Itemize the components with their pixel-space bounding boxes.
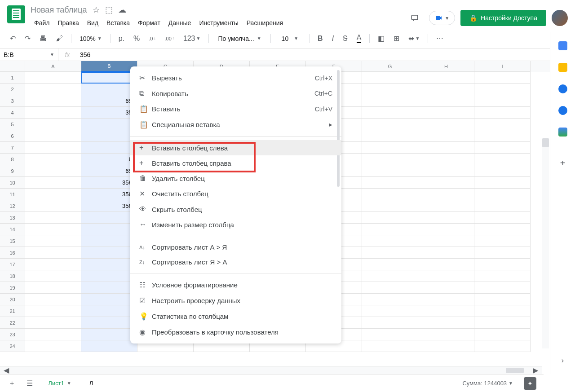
cell[interactable] bbox=[81, 224, 137, 235]
cell[interactable] bbox=[418, 142, 474, 154]
cell[interactable] bbox=[81, 212, 137, 224]
contacts-icon[interactable] bbox=[558, 106, 567, 115]
cell[interactable]: 356 bbox=[81, 107, 137, 119]
currency-button[interactable]: р. bbox=[116, 33, 127, 44]
status-sum[interactable]: Сумма: 1244003▼ bbox=[459, 378, 517, 388]
cell[interactable] bbox=[362, 130, 418, 142]
cell[interactable] bbox=[418, 282, 474, 294]
cell[interactable] bbox=[474, 107, 531, 119]
merge-button[interactable]: ⬌▼ bbox=[406, 32, 422, 44]
print-button[interactable]: 🖶 bbox=[37, 33, 49, 44]
row-header[interactable]: 6 bbox=[0, 130, 25, 142]
row-header[interactable]: 18 bbox=[0, 270, 25, 282]
row-header[interactable]: 8 bbox=[0, 154, 25, 165]
cell[interactable] bbox=[418, 212, 474, 224]
name-box[interactable]: B:B▼ bbox=[0, 48, 58, 61]
menu-tools[interactable]: Инструменты bbox=[195, 18, 242, 28]
row-header[interactable]: 11 bbox=[0, 189, 25, 200]
cell[interactable] bbox=[25, 177, 81, 189]
row-header[interactable]: 13 bbox=[0, 212, 25, 224]
cell[interactable] bbox=[474, 270, 531, 282]
collapse-panel-icon[interactable]: › bbox=[562, 357, 564, 365]
cell[interactable] bbox=[25, 130, 81, 142]
row-header[interactable]: 17 bbox=[0, 259, 25, 270]
italic-button[interactable]: I bbox=[329, 33, 336, 44]
cell[interactable] bbox=[25, 107, 81, 119]
cell[interactable] bbox=[25, 329, 81, 340]
cell[interactable] bbox=[362, 317, 418, 329]
cell[interactable] bbox=[25, 305, 81, 317]
cell[interactable] bbox=[25, 294, 81, 305]
cell[interactable] bbox=[25, 84, 81, 95]
cell[interactable] bbox=[25, 282, 81, 294]
cell[interactable] bbox=[418, 259, 474, 270]
row-header[interactable]: 21 bbox=[0, 305, 25, 317]
share-button[interactable]: 🔒 Настройки Доступа bbox=[460, 10, 546, 26]
cell[interactable] bbox=[474, 340, 531, 352]
cell[interactable] bbox=[474, 317, 531, 329]
cell[interactable] bbox=[418, 224, 474, 235]
cell[interactable] bbox=[362, 329, 418, 340]
cell[interactable]: 3565 bbox=[81, 189, 137, 200]
cell[interactable] bbox=[474, 329, 531, 340]
cell[interactable]: 65 bbox=[81, 154, 137, 165]
cell[interactable] bbox=[474, 200, 531, 212]
all-sheets-button[interactable]: ☰ bbox=[24, 377, 35, 389]
undo-button[interactable]: ↶ bbox=[7, 32, 18, 44]
comments-icon[interactable] bbox=[406, 9, 424, 27]
cell[interactable] bbox=[474, 142, 531, 154]
cell[interactable] bbox=[25, 189, 81, 200]
maps-icon[interactable] bbox=[558, 128, 567, 137]
cell[interactable] bbox=[418, 177, 474, 189]
cell[interactable] bbox=[474, 305, 531, 317]
cell[interactable] bbox=[418, 305, 474, 317]
cm-sort-za[interactable]: Z↓Сортировать лист Я > А bbox=[130, 255, 341, 269]
menu-insert[interactable]: Вставка bbox=[103, 18, 133, 28]
cell[interactable] bbox=[474, 119, 531, 130]
document-title[interactable]: Новая таблица bbox=[31, 5, 87, 15]
menu-view[interactable]: Вид bbox=[84, 18, 102, 28]
cell[interactable] bbox=[418, 235, 474, 247]
cell[interactable]: 3 bbox=[81, 84, 137, 95]
cell[interactable] bbox=[25, 224, 81, 235]
cell[interactable] bbox=[474, 84, 531, 95]
row-header[interactable]: 14 bbox=[0, 224, 25, 235]
cell[interactable] bbox=[25, 165, 81, 177]
cell[interactable] bbox=[474, 224, 531, 235]
cell[interactable] bbox=[81, 329, 137, 340]
cm-paste[interactable]: 📋ВставитьCtrl+V bbox=[130, 101, 341, 117]
addons-plus-icon[interactable]: + bbox=[560, 158, 566, 168]
cell[interactable] bbox=[362, 200, 418, 212]
col-header-b[interactable]: B bbox=[81, 61, 137, 72]
cell[interactable] bbox=[362, 119, 418, 130]
cell[interactable] bbox=[25, 317, 81, 329]
cell[interactable] bbox=[362, 305, 418, 317]
cell[interactable]: 653 bbox=[81, 165, 137, 177]
cell[interactable] bbox=[25, 142, 81, 154]
row-header[interactable]: 5 bbox=[0, 119, 25, 130]
row-header[interactable]: 7 bbox=[0, 142, 25, 154]
cell[interactable] bbox=[418, 294, 474, 305]
row-header[interactable]: 20 bbox=[0, 294, 25, 305]
cm-col-stats[interactable]: 💡Статистика по столбцам bbox=[130, 308, 341, 324]
menu-file[interactable]: Файл bbox=[31, 18, 53, 28]
sheet-tab-1[interactable]: Лист1▼ bbox=[43, 377, 76, 389]
cell[interactable] bbox=[418, 84, 474, 95]
col-header-h[interactable]: H bbox=[418, 61, 474, 72]
redo-button[interactable]: ↷ bbox=[22, 32, 33, 44]
cell[interactable]: 3 bbox=[81, 142, 137, 154]
cell[interactable] bbox=[25, 259, 81, 270]
cell[interactable] bbox=[362, 224, 418, 235]
cell[interactable] bbox=[418, 95, 474, 107]
bold-button[interactable]: B bbox=[315, 33, 326, 44]
cell[interactable]: 3 bbox=[81, 72, 137, 84]
horizontal-scrollbar[interactable]: ◀ ▶ bbox=[0, 366, 542, 374]
cell[interactable] bbox=[25, 119, 81, 130]
cell[interactable] bbox=[25, 247, 81, 259]
cell[interactable] bbox=[362, 84, 418, 95]
cell[interactable] bbox=[81, 294, 137, 305]
percent-button[interactable]: % bbox=[131, 33, 142, 44]
more-button[interactable]: ⋯ bbox=[433, 32, 446, 44]
borders-button[interactable]: ⊞ bbox=[391, 32, 402, 44]
explore-button[interactable]: ✦ bbox=[524, 377, 536, 390]
